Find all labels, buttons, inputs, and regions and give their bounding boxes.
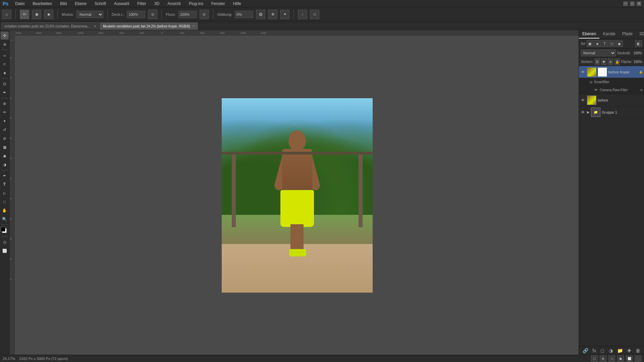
lock-position-btn[interactable]: ✚	[601, 58, 606, 65]
brush-tool[interactable]: ✏	[1, 108, 9, 116]
delete-layer-btn[interactable]: 🗑	[634, 347, 642, 354]
menu-filter[interactable]: Filter	[136, 1, 148, 7]
camera-raw-settings-icon[interactable]: ⚙	[640, 88, 643, 92]
layer-item-gruppe1[interactable]: 👁 ▶ 📁 Gruppe 1	[579, 106, 644, 118]
layer-eye-before-kopie[interactable]: 👁	[580, 69, 586, 75]
status-icon-6[interactable]: ⬛	[635, 355, 641, 362]
menu-schrift[interactable]: Schrift	[93, 1, 107, 7]
filter-type-btn-2[interactable]: ◈	[594, 40, 601, 47]
lock-pixels-btn[interactable]: ☰	[595, 58, 600, 65]
deckr-input[interactable]	[127, 11, 145, 18]
glattung-settings[interactable]: ⚙	[256, 10, 265, 19]
menu-3d[interactable]: 3D	[153, 1, 161, 7]
layer-item-before[interactable]: 👁 before	[579, 94, 644, 106]
tool-option-1[interactable]: ▣	[32, 10, 41, 19]
home-button[interactable]: ⌂	[2, 10, 11, 19]
layer-item-before-kopie[interactable]: 👁 before Kopie 🔒	[579, 66, 644, 78]
glattung-input[interactable]	[235, 11, 253, 18]
shape-tool[interactable]: □	[1, 198, 9, 206]
clone-stamp[interactable]: ✦	[1, 117, 9, 125]
modus-select[interactable]: Normal	[76, 11, 103, 18]
menu-auswahl[interactable]: Auswahl	[113, 1, 130, 7]
crop-tool[interactable]: ⊡	[1, 80, 9, 88]
status-icon-5[interactable]: ⬜	[626, 355, 633, 362]
gradient-tool[interactable]: ▦	[1, 143, 9, 151]
blend-mode-select[interactable]: Normal Multiplizieren Abblenden	[581, 50, 616, 56]
panel-tab-kanale[interactable]: Kanäle	[599, 30, 619, 39]
tab-schatten-close[interactable]: ✕	[94, 24, 96, 28]
artboard-tool[interactable]: ⊞	[1, 40, 9, 48]
menu-datei[interactable]: Datei	[14, 1, 26, 7]
panel-tab-ebenen[interactable]: Ebenen	[579, 30, 599, 39]
add-mask-btn[interactable]: ◻	[599, 347, 606, 354]
filter-type-btn-4[interactable]: ⬡	[609, 40, 615, 47]
canvas-scroll-area[interactable]	[15, 36, 579, 355]
layer-eye-gruppe1[interactable]: 👁	[580, 110, 586, 115]
menu-plugins[interactable]: Plug-ins	[187, 1, 205, 7]
brush-tool-button[interactable]: ✏	[20, 10, 29, 19]
pen-tool[interactable]: ✒	[1, 172, 9, 180]
ruler-h-tick-9: 600	[200, 32, 204, 35]
foreground-color-swatch[interactable]	[1, 227, 5, 232]
camera-raw-eye[interactable]: 👁	[594, 88, 598, 93]
healing-tool[interactable]: ⊛	[1, 100, 9, 108]
fluss-input[interactable]	[178, 11, 197, 18]
filter-type-btn-3[interactable]: T	[601, 40, 608, 47]
lock-artboard-btn[interactable]: ⊘	[608, 58, 613, 65]
path-select[interactable]: ▷	[1, 189, 9, 197]
menu-bearbeiten[interactable]: Bearbeiten	[31, 1, 53, 7]
fluss-toggle[interactable]: ◎	[200, 10, 209, 19]
blur-tool[interactable]: ◉	[1, 152, 9, 160]
add-group-btn[interactable]: 📁	[616, 347, 624, 354]
link-layers-btn[interactable]: 🔗	[581, 347, 590, 354]
lock-all-btn[interactable]: 🔒	[614, 58, 620, 65]
symmetry-button[interactable]: ✦	[280, 10, 289, 19]
close-button[interactable]: ✕	[637, 1, 641, 6]
history-brush[interactable]: ↺	[1, 126, 9, 134]
status-icon-4[interactable]: ▣	[617, 355, 624, 362]
pressure-button[interactable]: ↕	[298, 10, 307, 19]
camera-raw-filter-item[interactable]: 👁 Camera Raw-Filter ⚙	[579, 86, 644, 94]
group-collapse-arrow[interactable]: ▶	[587, 110, 590, 114]
marquee-tool[interactable]: ▭	[1, 51, 9, 59]
menu-ebene[interactable]: Ebene	[73, 1, 88, 7]
eraser-tool[interactable]: ⊘	[1, 134, 9, 142]
brush-settings-button[interactable]: ◉	[44, 10, 53, 19]
color-btn[interactable]: ⬡	[310, 10, 319, 19]
filter-type-btn-1[interactable]: ▣	[587, 40, 593, 47]
filter-toggle-btn[interactable]: ◐	[635, 40, 642, 47]
quick-mask-button[interactable]: ◷	[1, 238, 9, 246]
tab-schatten[interactable]: schatten erstellen.psdc bei 23,6% (schat…	[1, 22, 99, 30]
lasso-tool[interactable]: ⊂	[1, 60, 9, 68]
menu-bild[interactable]: Bild	[59, 1, 68, 7]
tab-muskeln[interactable]: Muskeln verstärken.psdc bei 24,2% (befor…	[100, 22, 198, 30]
panel-tab-3d[interactable]: 3D	[636, 30, 644, 39]
zoom-tool[interactable]: 🔍	[1, 215, 9, 223]
status-icon-1[interactable]: ⬡	[591, 355, 598, 362]
menu-fenster[interactable]: Fenster	[210, 1, 226, 7]
status-icon-2[interactable]: ⊞	[600, 355, 606, 362]
smart-filter-header[interactable]: ▤ Smartfilter	[579, 78, 644, 86]
minimize-button[interactable]: ─	[623, 1, 628, 6]
canvas-with-ruler: 2 0 2 4 6 8 0 2 4 6 8 0 2	[9, 36, 579, 355]
filter-type-btn-5[interactable]: ◉	[616, 40, 623, 47]
text-tool[interactable]: T	[1, 180, 9, 188]
maximize-button[interactable]: □	[630, 1, 635, 6]
tab-muskeln-close[interactable]: ✕	[192, 24, 195, 28]
deckr-toggle[interactable]: ◎	[148, 10, 157, 19]
status-icon-3[interactable]: ◻	[608, 355, 615, 362]
screen-mode-button[interactable]: ⬜	[1, 247, 9, 255]
move-tool[interactable]: ✛	[1, 32, 9, 40]
menu-ansicht[interactable]: Ansicht	[166, 1, 182, 7]
hand-tool[interactable]: ✋	[1, 206, 9, 215]
tool-extra-1[interactable]: ⊕	[268, 10, 277, 19]
eyedropper-tool[interactable]: ✒	[1, 88, 9, 97]
layer-eye-before[interactable]: 👁	[580, 98, 586, 103]
menu-hilfe[interactable]: Hilfe	[232, 1, 243, 7]
dodge-tool[interactable]: ◑	[1, 161, 9, 169]
quick-select[interactable]: ◈	[1, 69, 9, 77]
add-layer-btn[interactable]: ✚	[626, 347, 633, 354]
panel-tab-pfade[interactable]: Pfade	[619, 30, 636, 39]
add-style-btn[interactable]: fx	[591, 347, 598, 354]
add-adjustment-btn[interactable]: ◑	[607, 347, 614, 354]
